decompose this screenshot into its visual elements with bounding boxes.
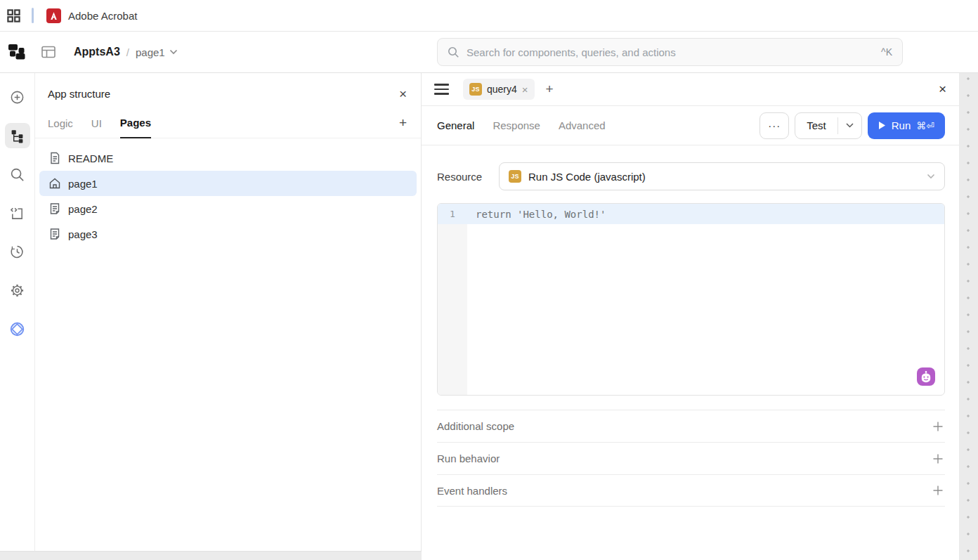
query-tab-query4[interactable]: JS query4 ×: [463, 79, 535, 100]
search-button[interactable]: [5, 162, 30, 187]
close-query-panel-icon[interactable]: ×: [939, 82, 946, 97]
query-tab-label: query4: [487, 84, 517, 95]
retool-logo-icon[interactable]: [8, 43, 26, 61]
chevron-down-icon[interactable]: [838, 113, 861, 138]
main-area: App structure × Logic UI Pages + README: [0, 73, 978, 560]
tab-response[interactable]: Response: [493, 119, 540, 131]
list-item-readme[interactable]: README: [39, 145, 417, 171]
list-item-page3[interactable]: page3: [39, 221, 417, 247]
close-tab-icon[interactable]: ×: [522, 84, 528, 96]
breadcrumb: ApptsA3 / page1: [74, 46, 178, 58]
chevron-down-icon: [927, 174, 935, 179]
code-line[interactable]: 1 return 'Hello, World!': [438, 204, 944, 224]
section-label: Event handlers: [437, 485, 507, 497]
breadcrumb-separator: /: [126, 46, 129, 58]
list-item-label: README: [68, 152, 113, 164]
test-button-label[interactable]: Test: [795, 113, 837, 138]
browser-tab-title[interactable]: Adobe Acrobat: [68, 10, 137, 22]
app-launcher-grid-icon[interactable]: [7, 9, 20, 22]
add-page-icon[interactable]: +: [399, 115, 407, 138]
add-query-icon[interactable]: +: [546, 82, 554, 97]
resource-label: Resource: [437, 171, 499, 183]
chevron-down-icon[interactable]: [169, 49, 178, 55]
list-item-label: page3: [68, 228, 98, 240]
menu-hamburger-icon[interactable]: [434, 84, 449, 94]
resource-selected-value: Run JS Code (javascript): [528, 171, 646, 183]
search-input[interactable]: [467, 46, 881, 58]
search-icon: [448, 46, 459, 58]
js-badge-icon: JS: [509, 170, 521, 183]
tab-logic[interactable]: Logic: [48, 117, 73, 138]
play-icon: [878, 121, 886, 130]
page-file-icon: [48, 228, 61, 240]
breadcrumb-page-name[interactable]: page1: [136, 46, 165, 58]
section-label: Run behavior: [437, 452, 500, 464]
plus-icon[interactable]: [932, 485, 945, 496]
section-label: Additional scope: [437, 420, 514, 432]
canvas-under-panel: [0, 551, 422, 560]
list-item-page1[interactable]: page1: [39, 171, 417, 196]
query-tab-bar: JS query4 × + ×: [422, 73, 959, 106]
list-item-label: page2: [68, 203, 98, 215]
query-sections: Additional scope Run behavior Event hand…: [437, 410, 945, 507]
query-actions: ··· Test Run ⌘⏎: [759, 112, 945, 139]
resource-row: Resource JS Run JS Code (javascript): [437, 162, 945, 190]
editor-gutter: [438, 204, 467, 395]
more-options-button[interactable]: ···: [759, 112, 789, 139]
settings-gear-button[interactable]: [5, 278, 30, 303]
js-badge-icon: JS: [469, 83, 482, 96]
tab-general[interactable]: General: [437, 119, 474, 131]
section-run-behavior[interactable]: Run behavior: [437, 442, 945, 474]
code-editor[interactable]: 1 return 'Hello, World!': [437, 203, 945, 396]
topbar-divider: [32, 8, 34, 23]
query-editor-panel: JS query4 × + × General Response Advance…: [422, 73, 959, 560]
adobe-acrobat-icon[interactable]: [46, 8, 61, 23]
structure-tabs: Logic UI Pages +: [35, 108, 421, 138]
components-code-button[interactable]: [5, 200, 30, 226]
retool-gem-button[interactable]: [5, 316, 30, 341]
plus-icon[interactable]: [932, 421, 945, 432]
history-button[interactable]: [5, 239, 30, 264]
canvas-grid-strip: [959, 73, 978, 560]
left-icon-rail: [0, 73, 35, 560]
global-search[interactable]: ^K: [437, 38, 903, 66]
line-number: 1: [438, 209, 467, 219]
readme-file-icon: [48, 152, 61, 164]
add-button[interactable]: [5, 84, 30, 110]
code-text[interactable]: return 'Hello, World!': [467, 209, 606, 220]
query-subtab-bar: General Response Advanced ··· Test Run ⌘…: [422, 106, 959, 145]
breadcrumb-app-name[interactable]: ApptsA3: [74, 46, 120, 58]
browser-top-bar: Adobe Acrobat: [0, 0, 978, 32]
ai-assistant-button[interactable]: [917, 367, 935, 386]
test-split-button[interactable]: Test: [795, 112, 862, 139]
page-file-icon: [48, 202, 61, 215]
list-item-label: page1: [68, 178, 98, 190]
toggle-panel-icon[interactable]: [41, 46, 56, 58]
app-header: ApptsA3 / page1 ^K: [0, 32, 978, 73]
tab-advanced[interactable]: Advanced: [559, 119, 606, 131]
tab-ui[interactable]: UI: [91, 117, 102, 138]
run-shortcut-hint: ⌘⏎: [916, 120, 934, 131]
search-shortcut-hint: ^K: [881, 46, 892, 58]
app-structure-button[interactable]: [5, 123, 30, 148]
panel-title: App structure: [48, 88, 110, 100]
page-list: README page1 page2: [35, 138, 421, 247]
list-item-page2[interactable]: page2: [39, 196, 417, 221]
run-button-label: Run: [892, 119, 911, 131]
section-event-handlers[interactable]: Event handlers: [437, 474, 945, 507]
resource-select[interactable]: JS Run JS Code (javascript): [499, 162, 945, 190]
section-additional-scope[interactable]: Additional scope: [437, 410, 945, 442]
tab-pages[interactable]: Pages: [120, 117, 151, 138]
app-structure-panel: App structure × Logic UI Pages + README: [35, 73, 422, 560]
home-icon: [48, 177, 61, 190]
query-content: Resource JS Run JS Code (javascript) 1 r…: [422, 145, 959, 560]
plus-icon[interactable]: [932, 453, 945, 464]
app-structure-header: App structure ×: [35, 73, 421, 108]
close-panel-icon[interactable]: ×: [399, 87, 407, 100]
run-button[interactable]: Run ⌘⏎: [868, 112, 945, 139]
